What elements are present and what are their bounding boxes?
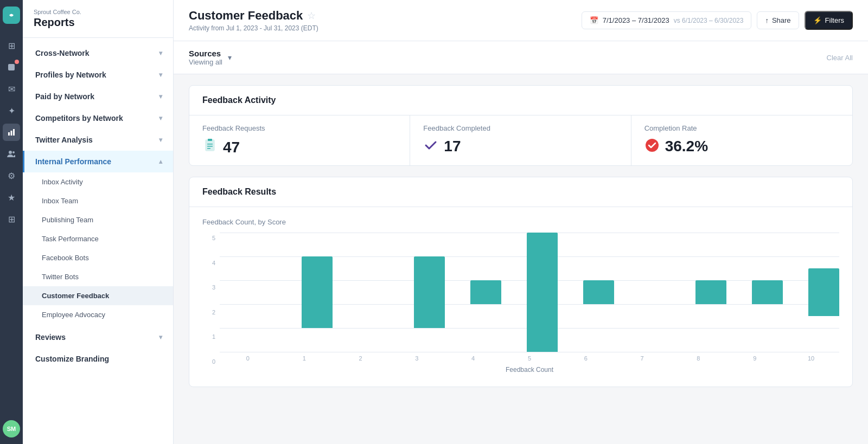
date-range-button[interactable]: 📅 7/1/2023 – 7/31/2023 vs 6/1/2023 – 6/3… [582,11,752,29]
sidebar-item-paid-by-network[interactable]: Paid by Network ▾ [23,86,173,107]
check-icon [423,138,438,155]
sub-label-twitter-bots: Twitter Bots [42,273,79,281]
x-label-8: 8 [671,355,727,362]
svg-rect-4 [13,129,15,136]
filters-button[interactable]: ⚡ Filters [805,11,853,30]
reports-icon [3,124,20,141]
sidebar-subitem-task-performance[interactable]: Task Performance [23,229,173,248]
svg-point-12 [646,139,659,152]
sub-label-employee-advocacy: Employee Advocacy [42,311,105,319]
feedback-completed-label: Feedback Completed [423,124,617,132]
completion-rate-cell: Completion Rate 36.2% [631,115,852,165]
feedback-results-card: Feedback Results Feedback Count, by Scor… [189,177,853,387]
sidebar-subitem-twitter-bots[interactable]: Twitter Bots [23,267,173,286]
sub-label-inbox-activity: Inbox Activity [42,178,83,186]
svg-rect-1 [8,64,15,70]
x-label-1: 1 [276,355,333,362]
sidebar-item-reviews[interactable]: Reviews ▾ [23,326,173,348]
x-label-6: 6 [558,355,614,362]
bar-group-2 [333,233,389,352]
bar-9 [752,280,783,304]
svg-rect-2 [8,132,10,136]
notifications-icon [3,59,20,76]
settings-icon: ⚙ [3,167,20,184]
sidebar-subitem-customer-feedback[interactable]: Customer Feedback [23,286,173,305]
rail-home[interactable]: ⊞ [3,37,20,54]
sidebar-item-customize-branding[interactable]: Customize Branding [23,348,173,370]
bar-group-5 [501,233,558,352]
bars-relative [220,233,839,352]
topbar: Customer Feedback ☆ Activity from Jul 1,… [174,0,868,41]
svg-rect-9 [207,144,213,145]
x-label-5: 5 [501,355,558,362]
sidebar-subitem-inbox-activity[interactable]: Inbox Activity [23,172,173,191]
feedback-requests-cell: Feedback Requests 47 [189,115,410,165]
rail-advocacy[interactable]: ★ [3,189,20,206]
svg-point-6 [12,151,15,153]
page-title-row: Customer Feedback ☆ [189,9,318,23]
sidebar-item-competitors-by-network[interactable]: Competitors by Network ▾ [23,107,173,129]
bar-10 [808,268,839,316]
rail-reports[interactable] [3,124,20,141]
sidebar-item-twitter-analysis[interactable]: Twitter Analysis ▾ [23,129,173,151]
feedback-activity-header: Feedback Activity [189,86,852,115]
notification-dot [15,60,19,64]
svg-point-5 [9,151,12,154]
svg-rect-11 [207,148,210,149]
more-icon: ⊞ [3,210,20,228]
share-label: Share [772,16,791,24]
sidebar-item-label-cross-network: Cross-Network [35,49,90,57]
feedback-completed-value-row: 17 [423,138,617,155]
brand-logo[interactable] [3,7,20,24]
sidebar-subitem-facebook-bots[interactable]: Facebook Bots [23,248,173,267]
sidebar-subitem-employee-advocacy[interactable]: Employee Advocacy [23,305,173,324]
bars-flex [220,233,839,352]
left-rail: ⊞ ✉ ✦ ⚙ ★ ⊞ SM [0,0,23,444]
svg-rect-3 [11,131,12,136]
sidebar-subitem-publishing-team[interactable]: Publishing Team [23,210,173,229]
sub-label-inbox-team: Inbox Team [42,197,78,205]
svg-rect-10 [207,146,213,147]
x-label-3: 3 [388,355,445,362]
sub-label-facebook-bots: Facebook Bots [42,254,89,262]
rail-tasks[interactable]: ✦ [3,102,20,119]
sidebar-item-label-paid: Paid by Network [35,92,94,101]
rail-inbox[interactable]: ✉ [3,80,20,98]
sidebar-item-profiles-by-network[interactable]: Profiles by Network ▾ [23,64,173,86]
x-labels: 0 1 2 3 4 5 6 7 8 9 10 [220,355,839,362]
completion-rate-value-row: 36.2% [644,138,839,155]
share-button[interactable]: ↑ Share [757,11,799,29]
sidebar-item-label-customize: Customize Branding [35,355,109,363]
sources-chevron-down-icon[interactable]: ▾ [228,53,232,62]
rail-settings[interactable]: ⚙ [3,167,20,184]
page-title: Customer Feedback [189,9,303,23]
chevron-down-icon: ▾ [159,49,162,57]
sources-left: Sources Viewing all ▾ [189,49,232,66]
x-axis-title: Feedback Count [220,366,839,378]
favorite-icon[interactable]: ☆ [307,10,316,22]
bar-group-6 [558,233,614,352]
people-icon [3,145,20,163]
sidebar-item-internal-performance[interactable]: Internal Performance ▴ [23,151,173,172]
chevron-up-icon: ▴ [159,158,162,165]
home-icon: ⊞ [3,37,20,54]
tasks-icon: ✦ [3,102,20,119]
date-range-vs: vs 6/1/2023 – 6/30/2023 [674,17,744,24]
x-label-9: 9 [726,355,783,362]
rail-more[interactable]: ⊞ [3,210,20,228]
bar-group-0 [220,233,276,352]
sidebar-subitem-inbox-team[interactable]: Inbox Team [23,191,173,210]
chart-inner: 5 4 3 2 1 0 [202,233,839,378]
sidebar-item-label-internal: Internal Performance [35,157,111,166]
clear-all-button[interactable]: Clear All [827,54,853,62]
inbox-icon: ✉ [3,80,20,98]
sub-label-publishing-team: Publishing Team [42,216,93,224]
rail-notifications[interactable] [3,59,20,76]
sidebar-item-cross-network[interactable]: Cross-Network ▾ [23,42,173,64]
chart-label: Feedback Count, by Score [202,218,839,226]
rail-people[interactable] [3,145,20,163]
user-avatar[interactable]: SM [3,420,20,437]
x-label-0: 0 [220,355,276,362]
sidebar-header: Sprout Coffee Co. Reports [23,0,173,38]
bar-5 [527,233,558,352]
